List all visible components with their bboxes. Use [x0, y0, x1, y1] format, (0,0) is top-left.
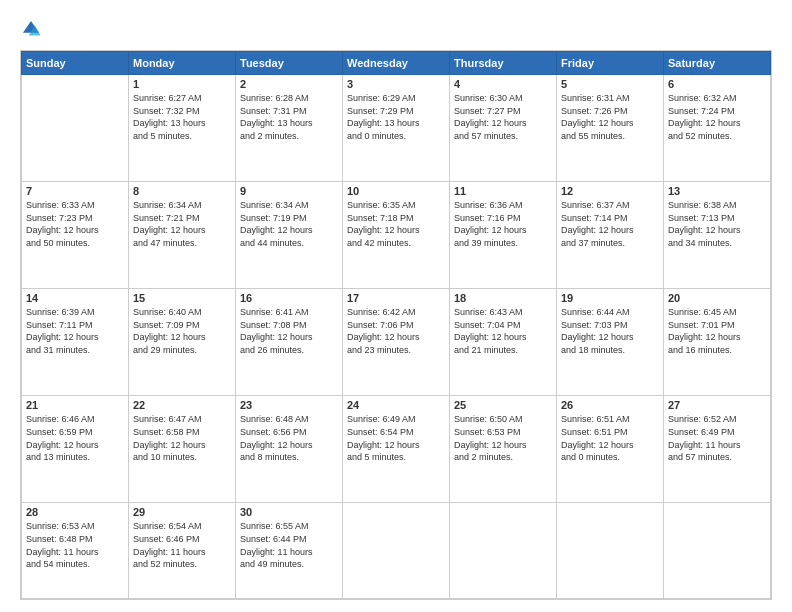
day-number: 20 — [668, 292, 766, 304]
weekday-header: Tuesday — [236, 52, 343, 75]
day-info: Sunrise: 6:51 AM Sunset: 6:51 PM Dayligh… — [561, 413, 659, 463]
day-number: 19 — [561, 292, 659, 304]
day-number: 26 — [561, 399, 659, 411]
calendar-cell: 30Sunrise: 6:55 AM Sunset: 6:44 PM Dayli… — [236, 503, 343, 599]
day-info: Sunrise: 6:37 AM Sunset: 7:14 PM Dayligh… — [561, 199, 659, 249]
calendar-cell: 25Sunrise: 6:50 AM Sunset: 6:53 PM Dayli… — [450, 396, 557, 503]
calendar-cell — [450, 503, 557, 599]
day-number: 17 — [347, 292, 445, 304]
day-number: 6 — [668, 78, 766, 90]
day-number: 8 — [133, 185, 231, 197]
weekday-header: Sunday — [22, 52, 129, 75]
calendar-cell: 24Sunrise: 6:49 AM Sunset: 6:54 PM Dayli… — [343, 396, 450, 503]
day-number: 12 — [561, 185, 659, 197]
calendar-cell: 14Sunrise: 6:39 AM Sunset: 7:11 PM Dayli… — [22, 289, 129, 396]
day-info: Sunrise: 6:54 AM Sunset: 6:46 PM Dayligh… — [133, 520, 231, 570]
day-number: 11 — [454, 185, 552, 197]
calendar-header: SundayMondayTuesdayWednesdayThursdayFrid… — [22, 52, 771, 75]
weekday-row: SundayMondayTuesdayWednesdayThursdayFrid… — [22, 52, 771, 75]
day-info: Sunrise: 6:55 AM Sunset: 6:44 PM Dayligh… — [240, 520, 338, 570]
calendar-cell: 8Sunrise: 6:34 AM Sunset: 7:21 PM Daylig… — [129, 182, 236, 289]
calendar-cell — [343, 503, 450, 599]
calendar-cell: 23Sunrise: 6:48 AM Sunset: 6:56 PM Dayli… — [236, 396, 343, 503]
day-info: Sunrise: 6:34 AM Sunset: 7:21 PM Dayligh… — [133, 199, 231, 249]
calendar-week: 21Sunrise: 6:46 AM Sunset: 6:59 PM Dayli… — [22, 396, 771, 503]
day-info: Sunrise: 6:46 AM Sunset: 6:59 PM Dayligh… — [26, 413, 124, 463]
weekday-header: Monday — [129, 52, 236, 75]
day-number: 2 — [240, 78, 338, 90]
day-info: Sunrise: 6:32 AM Sunset: 7:24 PM Dayligh… — [668, 92, 766, 142]
day-info: Sunrise: 6:47 AM Sunset: 6:58 PM Dayligh… — [133, 413, 231, 463]
calendar-week: 1Sunrise: 6:27 AM Sunset: 7:32 PM Daylig… — [22, 75, 771, 182]
day-number: 27 — [668, 399, 766, 411]
day-info: Sunrise: 6:41 AM Sunset: 7:08 PM Dayligh… — [240, 306, 338, 356]
day-info: Sunrise: 6:45 AM Sunset: 7:01 PM Dayligh… — [668, 306, 766, 356]
calendar-cell: 21Sunrise: 6:46 AM Sunset: 6:59 PM Dayli… — [22, 396, 129, 503]
day-info: Sunrise: 6:29 AM Sunset: 7:29 PM Dayligh… — [347, 92, 445, 142]
day-info: Sunrise: 6:36 AM Sunset: 7:16 PM Dayligh… — [454, 199, 552, 249]
day-number: 4 — [454, 78, 552, 90]
day-number: 24 — [347, 399, 445, 411]
calendar-cell: 26Sunrise: 6:51 AM Sunset: 6:51 PM Dayli… — [557, 396, 664, 503]
day-number: 3 — [347, 78, 445, 90]
calendar-cell: 6Sunrise: 6:32 AM Sunset: 7:24 PM Daylig… — [664, 75, 771, 182]
day-info: Sunrise: 6:33 AM Sunset: 7:23 PM Dayligh… — [26, 199, 124, 249]
calendar-cell: 7Sunrise: 6:33 AM Sunset: 7:23 PM Daylig… — [22, 182, 129, 289]
page: SundayMondayTuesdayWednesdayThursdayFrid… — [0, 0, 792, 612]
header — [20, 18, 772, 40]
day-info: Sunrise: 6:50 AM Sunset: 6:53 PM Dayligh… — [454, 413, 552, 463]
day-info: Sunrise: 6:27 AM Sunset: 7:32 PM Dayligh… — [133, 92, 231, 142]
calendar-cell: 17Sunrise: 6:42 AM Sunset: 7:06 PM Dayli… — [343, 289, 450, 396]
calendar-cell: 2Sunrise: 6:28 AM Sunset: 7:31 PM Daylig… — [236, 75, 343, 182]
calendar-body: 1Sunrise: 6:27 AM Sunset: 7:32 PM Daylig… — [22, 75, 771, 599]
day-info: Sunrise: 6:34 AM Sunset: 7:19 PM Dayligh… — [240, 199, 338, 249]
weekday-header: Saturday — [664, 52, 771, 75]
calendar-cell: 13Sunrise: 6:38 AM Sunset: 7:13 PM Dayli… — [664, 182, 771, 289]
day-number: 14 — [26, 292, 124, 304]
calendar-cell: 11Sunrise: 6:36 AM Sunset: 7:16 PM Dayli… — [450, 182, 557, 289]
day-number: 18 — [454, 292, 552, 304]
day-info: Sunrise: 6:48 AM Sunset: 6:56 PM Dayligh… — [240, 413, 338, 463]
calendar-cell — [557, 503, 664, 599]
calendar-cell: 10Sunrise: 6:35 AM Sunset: 7:18 PM Dayli… — [343, 182, 450, 289]
day-info: Sunrise: 6:30 AM Sunset: 7:27 PM Dayligh… — [454, 92, 552, 142]
day-number: 30 — [240, 506, 338, 518]
day-number: 23 — [240, 399, 338, 411]
day-number: 25 — [454, 399, 552, 411]
calendar-cell: 5Sunrise: 6:31 AM Sunset: 7:26 PM Daylig… — [557, 75, 664, 182]
day-info: Sunrise: 6:39 AM Sunset: 7:11 PM Dayligh… — [26, 306, 124, 356]
day-number: 16 — [240, 292, 338, 304]
day-info: Sunrise: 6:42 AM Sunset: 7:06 PM Dayligh… — [347, 306, 445, 356]
day-info: Sunrise: 6:53 AM Sunset: 6:48 PM Dayligh… — [26, 520, 124, 570]
calendar: SundayMondayTuesdayWednesdayThursdayFrid… — [20, 50, 772, 600]
day-number: 10 — [347, 185, 445, 197]
calendar-cell: 12Sunrise: 6:37 AM Sunset: 7:14 PM Dayli… — [557, 182, 664, 289]
day-number: 1 — [133, 78, 231, 90]
day-info: Sunrise: 6:28 AM Sunset: 7:31 PM Dayligh… — [240, 92, 338, 142]
calendar-cell: 4Sunrise: 6:30 AM Sunset: 7:27 PM Daylig… — [450, 75, 557, 182]
day-number: 5 — [561, 78, 659, 90]
day-info: Sunrise: 6:40 AM Sunset: 7:09 PM Dayligh… — [133, 306, 231, 356]
calendar-cell: 28Sunrise: 6:53 AM Sunset: 6:48 PM Dayli… — [22, 503, 129, 599]
calendar-cell: 27Sunrise: 6:52 AM Sunset: 6:49 PM Dayli… — [664, 396, 771, 503]
day-number: 22 — [133, 399, 231, 411]
day-info: Sunrise: 6:43 AM Sunset: 7:04 PM Dayligh… — [454, 306, 552, 356]
calendar-cell: 9Sunrise: 6:34 AM Sunset: 7:19 PM Daylig… — [236, 182, 343, 289]
calendar-cell — [664, 503, 771, 599]
calendar-week: 14Sunrise: 6:39 AM Sunset: 7:11 PM Dayli… — [22, 289, 771, 396]
weekday-header: Wednesday — [343, 52, 450, 75]
day-number: 9 — [240, 185, 338, 197]
logo — [20, 18, 46, 40]
calendar-cell: 19Sunrise: 6:44 AM Sunset: 7:03 PM Dayli… — [557, 289, 664, 396]
day-number: 13 — [668, 185, 766, 197]
calendar-week: 7Sunrise: 6:33 AM Sunset: 7:23 PM Daylig… — [22, 182, 771, 289]
day-info: Sunrise: 6:31 AM Sunset: 7:26 PM Dayligh… — [561, 92, 659, 142]
calendar-cell: 3Sunrise: 6:29 AM Sunset: 7:29 PM Daylig… — [343, 75, 450, 182]
logo-icon — [20, 18, 42, 40]
day-number: 15 — [133, 292, 231, 304]
calendar-week: 28Sunrise: 6:53 AM Sunset: 6:48 PM Dayli… — [22, 503, 771, 599]
day-number: 7 — [26, 185, 124, 197]
day-info: Sunrise: 6:44 AM Sunset: 7:03 PM Dayligh… — [561, 306, 659, 356]
day-info: Sunrise: 6:38 AM Sunset: 7:13 PM Dayligh… — [668, 199, 766, 249]
calendar-cell: 16Sunrise: 6:41 AM Sunset: 7:08 PM Dayli… — [236, 289, 343, 396]
